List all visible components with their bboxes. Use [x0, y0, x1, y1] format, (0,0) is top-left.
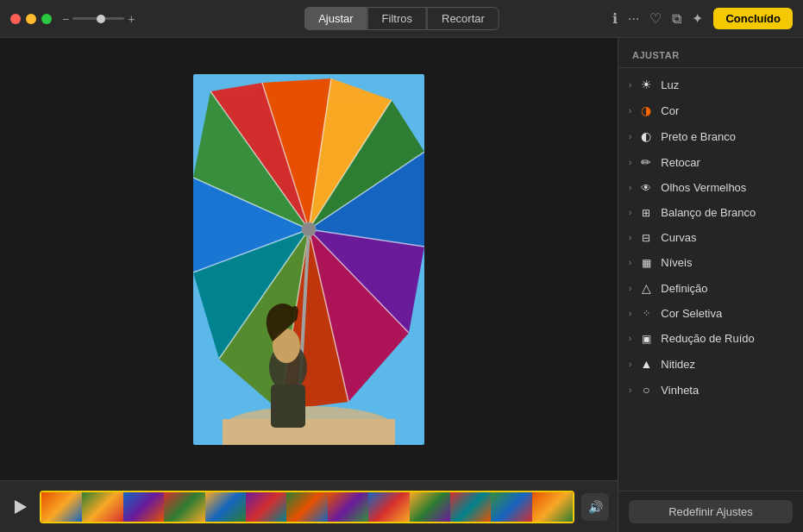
- adjust-label-reducao-ruido: Redução de Ruído: [661, 332, 754, 345]
- noise-icon: ▣: [638, 333, 654, 345]
- adjust-label-nitidez: Nitidez: [661, 358, 695, 371]
- chevron-icon: ›: [629, 360, 631, 369]
- zoom-plus-icon: +: [128, 12, 135, 26]
- timeline-bar: 🔊: [0, 480, 618, 532]
- timeline-frame: [123, 492, 164, 522]
- heart-icon[interactable]: ♡: [649, 10, 662, 27]
- adjust-item-cor[interactable]: › ◑ Cor: [618, 97, 803, 123]
- timeline-frame: [286, 492, 327, 522]
- fullscreen-button[interactable]: [41, 14, 52, 24]
- timeline-frame: [532, 492, 573, 522]
- zoom-slider-track[interactable]: [72, 17, 124, 20]
- definition-icon: △: [638, 281, 654, 295]
- adjust-label-vinheta: Vinheta: [661, 384, 699, 397]
- chevron-icon: ›: [629, 80, 631, 90]
- chevron-icon: ›: [629, 183, 631, 192]
- filtros-tab[interactable]: Filtros: [367, 7, 427, 30]
- adjust-item-vinheta[interactable]: › ○ Vinheta: [618, 377, 803, 403]
- main-content: 🔊 AJUSTAR › ☀ Luz › ◑ Cor › ◐ Preto e Br…: [0, 38, 803, 532]
- timeline-frame: [450, 492, 491, 522]
- minimize-button[interactable]: [26, 14, 36, 24]
- sidebar-header: AJUSTAR: [618, 38, 803, 68]
- curves-icon: ⊟: [638, 232, 654, 244]
- volume-icon: 🔊: [588, 500, 603, 514]
- timeline-frame: [368, 492, 409, 522]
- adjust-item-luz[interactable]: › ☀ Luz: [618, 72, 803, 97]
- photo-frame: [193, 74, 424, 445]
- color-icon: ◑: [638, 103, 654, 117]
- sun-icon: ☀: [638, 78, 654, 91]
- timeline-frame: [82, 492, 122, 522]
- adjust-label-curvas: Curvas: [661, 231, 696, 244]
- timeline-frame: [41, 492, 82, 522]
- vignette-icon: ○: [638, 383, 654, 397]
- duplicate-icon[interactable]: ⧉: [672, 11, 681, 27]
- timeline-strip[interactable]: [40, 491, 574, 523]
- adjust-item-balanco-branco[interactable]: › ⊞ Balanço de Branco: [618, 200, 803, 225]
- sharpness-icon: ▲: [638, 357, 654, 371]
- timeline-frames: [41, 492, 573, 522]
- zoom-slider-area: − +: [62, 12, 135, 26]
- adjust-item-curvas[interactable]: › ⊟ Curvas: [618, 225, 803, 250]
- bw-icon: ◐: [638, 129, 654, 143]
- retouch-icon: ✏: [638, 155, 654, 169]
- concluido-button[interactable]: Concluído: [713, 8, 793, 29]
- toolbar-right: ℹ ··· ♡ ⧉ ✦ Concluído: [612, 8, 803, 29]
- svg-rect-17: [271, 385, 305, 428]
- adjust-item-definicao[interactable]: › △ Definição: [618, 275, 803, 301]
- adjust-label-cor-seletiva: Cor Seletiva: [661, 307, 722, 320]
- zoom-slider-thumb: [97, 15, 105, 23]
- photo-area: 🔊: [0, 38, 618, 532]
- chevron-icon: ›: [629, 309, 631, 318]
- adjust-label-cor: Cor: [661, 104, 679, 117]
- info-icon[interactable]: ℹ: [612, 10, 618, 27]
- timeline-frame: [328, 492, 368, 522]
- levels-icon: ▦: [638, 257, 654, 269]
- smiley-icon[interactable]: ···: [628, 11, 639, 27]
- close-button[interactable]: [10, 14, 21, 24]
- adjust-item-reducao-ruido[interactable]: › ▣ Redução de Ruído: [618, 326, 803, 351]
- nav-buttons-group: Ajustar Filtros Recortar: [304, 7, 499, 30]
- sparkle-icon[interactable]: ✦: [692, 10, 703, 27]
- play-button[interactable]: [9, 495, 33, 519]
- chevron-icon: ›: [629, 284, 631, 293]
- wb-icon: ⊞: [638, 207, 654, 219]
- timeline-frame: [205, 492, 246, 522]
- adjust-label-retocar: Retocar: [661, 156, 700, 169]
- adjust-item-retocar[interactable]: › ✏ Retocar: [618, 149, 803, 175]
- adjust-item-niveis[interactable]: › ▦ Níveis: [618, 250, 803, 275]
- recortar-tab[interactable]: Recortar: [427, 7, 499, 30]
- svg-rect-15: [223, 419, 395, 445]
- timeline-frame: [246, 492, 286, 522]
- timeline-frame: [164, 492, 204, 522]
- adjust-label-preto-branco: Preto e Branco: [661, 130, 736, 143]
- volume-button[interactable]: 🔊: [581, 493, 609, 521]
- adjust-item-nitidez[interactable]: › ▲ Nitidez: [618, 351, 803, 377]
- adjust-item-olhos-vermelhos[interactable]: › 👁 Olhos Vermelhos: [618, 175, 803, 200]
- timeline-frame: [410, 492, 450, 522]
- svg-point-19: [302, 222, 316, 236]
- chevron-icon: ›: [629, 334, 631, 343]
- ajustar-tab[interactable]: Ajustar: [304, 7, 367, 30]
- chevron-icon: ›: [629, 258, 631, 267]
- adjust-label-niveis: Níveis: [661, 256, 692, 269]
- adjust-item-cor-seletiva[interactable]: › ⁘ Cor Seletiva: [618, 301, 803, 326]
- selective-color-icon: ⁘: [638, 308, 654, 319]
- redeye-icon: 👁: [638, 182, 654, 194]
- adjust-list: › ☀ Luz › ◑ Cor › ◐ Preto e Branco › ✏ R…: [618, 68, 803, 491]
- chevron-icon: ›: [629, 158, 631, 167]
- titlebar: − + Ajustar Filtros Recortar ℹ ··· ♡ ⧉ ✦…: [0, 0, 803, 38]
- sidebar: AJUSTAR › ☀ Luz › ◑ Cor › ◐ Preto e Bran…: [618, 38, 803, 532]
- timeline-frame: [491, 492, 531, 522]
- chevron-icon: ›: [629, 208, 631, 217]
- chevron-icon: ›: [629, 132, 631, 141]
- traffic-lights: [0, 14, 52, 24]
- zoom-minus-icon: −: [62, 12, 69, 26]
- adjust-label-balanco-branco: Balanço de Branco: [661, 206, 756, 219]
- adjust-label-luz: Luz: [661, 78, 679, 91]
- adjust-item-preto-branco[interactable]: › ◐ Preto e Branco: [618, 123, 803, 149]
- play-icon: [15, 500, 27, 514]
- photo-image: [193, 74, 424, 445]
- photo-container: [0, 38, 618, 480]
- reset-button[interactable]: Redefinir Ajustes: [629, 500, 793, 523]
